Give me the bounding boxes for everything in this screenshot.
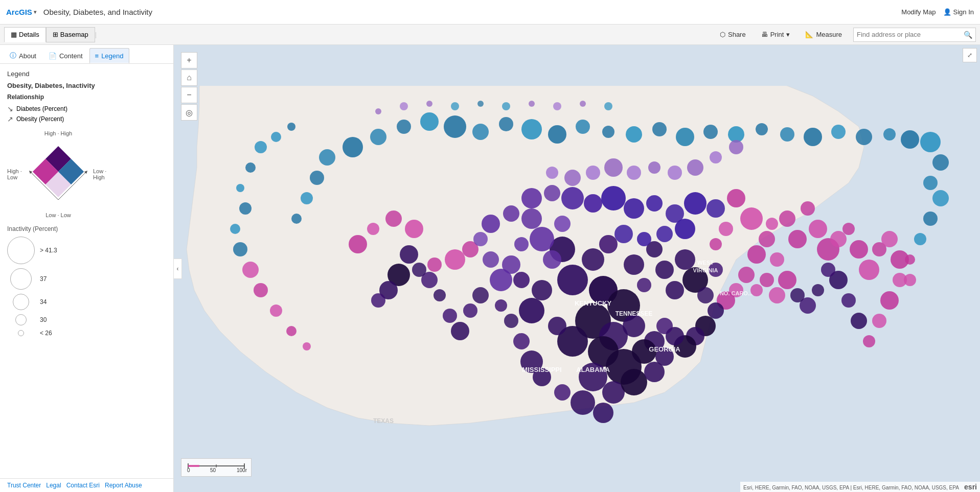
map-controls: + ⌂ − ◎: [181, 52, 197, 121]
legend-title: Legend: [7, 70, 166, 78]
secondbar-actions: ⬡ Share 🖶 Print ▾ 📐 Measure 🔍: [716, 28, 976, 42]
svg-point-48: [472, 287, 489, 303]
svg-point-72: [830, 231, 847, 247]
svg-point-68: [710, 238, 722, 250]
svg-point-117: [521, 208, 542, 229]
tab-about[interactable]: ⓘ About: [4, 48, 42, 63]
svg-point-101: [310, 171, 324, 185]
svg-point-105: [703, 125, 718, 139]
sign-in-link[interactable]: 👤 Sign In: [943, 8, 974, 16]
tab-details[interactable]: ▦ Details: [4, 27, 46, 42]
svg-point-67: [770, 252, 784, 267]
svg-point-62: [719, 222, 733, 236]
zoom-out-button[interactable]: −: [181, 87, 197, 103]
svg-point-197: [426, 101, 432, 107]
svg-point-125: [473, 232, 488, 246]
svg-point-159: [233, 242, 247, 256]
expand-icon: ⤢: [967, 52, 972, 59]
svg-point-109: [804, 128, 822, 146]
svg-text:GEORGIA: GEORGIA: [649, 345, 680, 353]
attribution: Esri, HERE, Garmin, FAO, NOAA, USGS, EPA…: [740, 482, 980, 492]
svg-point-137: [706, 199, 725, 218]
svg-point-128: [521, 188, 542, 208]
svg-point-84: [385, 210, 402, 227]
bivariate-svg: [28, 144, 89, 205]
tab-content[interactable]: 📄 Content: [43, 48, 88, 63]
svg-point-179: [790, 288, 805, 302]
svg-point-164: [303, 342, 311, 350]
map-canvas: KENTUCKY ALABAMA GEORGIA MISSISSIPPI TEN…: [174, 45, 980, 492]
share-button[interactable]: ⬡ Share: [716, 29, 750, 40]
svg-point-66: [788, 230, 807, 248]
svg-point-22: [519, 298, 544, 323]
svg-text:TENNESSEE: TENNESSEE: [616, 310, 653, 317]
zoom-in-button[interactable]: +: [181, 52, 197, 68]
legal-link[interactable]: Legal: [46, 482, 61, 489]
locate-button[interactable]: ◎: [181, 104, 197, 121]
topbar: ArcGIS ▾ Obesity, Diabetes, and Inactivi…: [0, 0, 980, 25]
bubble-label-3: 34: [40, 298, 47, 306]
bubble-item-1: > 41.3: [7, 237, 166, 264]
svg-point-202: [553, 102, 561, 110]
bubble-item-2: 37: [7, 268, 166, 290]
svg-point-133: [624, 198, 644, 219]
svg-point-146: [648, 161, 660, 174]
svg-point-96: [576, 120, 590, 134]
svg-point-41: [593, 403, 613, 423]
svg-point-131: [584, 194, 602, 213]
diabetes-label: Diabetes (Percent): [16, 105, 67, 112]
svg-point-162: [270, 304, 282, 317]
svg-point-158: [230, 224, 240, 234]
svg-point-156: [236, 184, 244, 192]
sidebar-content: Legend Obesity, Diabetes, Inactivity Rel…: [0, 64, 173, 478]
collapse-handle[interactable]: ‹: [174, 259, 182, 279]
high-high-label: High · High: [44, 130, 72, 136]
svg-point-127: [503, 205, 519, 222]
bubble-label-5: < 26: [40, 330, 52, 337]
bubble-label-4: 30: [40, 316, 47, 323]
svg-point-173: [851, 313, 867, 329]
svg-point-169: [893, 273, 907, 287]
modify-map-link[interactable]: Modify Map: [901, 8, 936, 16]
diabetes-arrow: ↘: [7, 105, 13, 113]
svg-point-82: [427, 257, 442, 272]
expand-button[interactable]: ⤢: [963, 48, 977, 62]
report-abuse-link[interactable]: Report Abuse: [105, 482, 142, 489]
svg-point-120: [554, 216, 571, 232]
tab-legend[interactable]: ≡ Legend: [89, 48, 129, 63]
svg-point-192: [656, 318, 673, 334]
search-icon[interactable]: 🔍: [964, 31, 972, 39]
collapse-icon: ‹: [177, 265, 179, 272]
svg-point-114: [920, 132, 941, 152]
trust-center-link[interactable]: Trust Center: [7, 482, 41, 489]
svg-point-116: [923, 176, 938, 190]
svg-point-86: [349, 235, 367, 253]
bivariate-legend: High · High High · Low: [7, 130, 109, 218]
tab-basemap[interactable]: ⊞ Basemap: [46, 27, 95, 42]
svg-point-75: [859, 260, 879, 280]
arcgis-logo[interactable]: ArcGIS ▾: [6, 8, 36, 16]
search-input[interactable]: [857, 31, 964, 38]
svg-point-204: [604, 102, 612, 110]
svg-point-26: [655, 261, 674, 279]
inactivity-label: Inactivity (Percent): [7, 225, 166, 232]
home-button[interactable]: ⌂: [181, 69, 197, 86]
measure-button[interactable]: 📐 Measure: [801, 29, 846, 40]
svg-point-132: [601, 186, 626, 210]
secondbar-tabs: ▦ Details ⊞ Basemap |: [4, 27, 97, 42]
svg-point-92: [472, 124, 489, 140]
map-area[interactable]: KENTUCKY ALABAMA GEORGIA MISSISSIPPI TEN…: [174, 45, 980, 492]
contact-esri-link[interactable]: Contact Esri: [66, 482, 100, 489]
svg-point-54: [412, 263, 426, 277]
svg-point-119: [543, 250, 561, 269]
svg-point-115: [932, 154, 949, 171]
svg-point-50: [451, 322, 469, 340]
svg-point-24: [513, 272, 530, 288]
svg-point-100: [319, 149, 335, 166]
svg-point-180: [778, 271, 796, 289]
print-button[interactable]: 🖶 Print ▾: [757, 29, 794, 40]
svg-point-144: [687, 159, 703, 176]
search-box[interactable]: 🔍: [853, 28, 976, 42]
svg-point-123: [490, 269, 512, 291]
zoom-in-icon: +: [187, 56, 191, 65]
